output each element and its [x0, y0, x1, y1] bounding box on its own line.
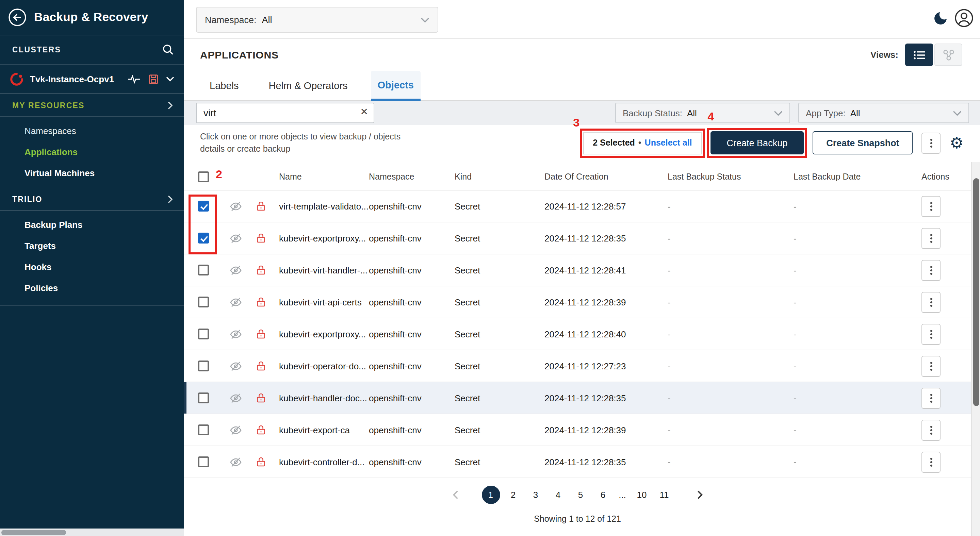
table-row[interactable]: virt-template-validato... openshift-cnv … — [184, 190, 971, 222]
object-name[interactable]: kubevirt-export-ca — [279, 425, 369, 435]
settings-gear-icon[interactable]: ⚙ — [950, 135, 964, 151]
page-button-2[interactable]: 2 — [504, 486, 522, 504]
namespace-dropdown[interactable]: Namespace: All — [196, 7, 438, 33]
tab-labels[interactable]: Labels — [203, 71, 245, 100]
list-view-button[interactable] — [905, 44, 933, 66]
page-button-11[interactable]: 11 — [655, 486, 673, 504]
eye-off-icon — [229, 263, 242, 276]
row-checkbox[interactable] — [198, 265, 209, 276]
row-checkbox[interactable] — [198, 328, 209, 339]
table-row[interactable]: kubevirt-exportproxy... openshift-cnv Se… — [184, 318, 971, 350]
row-checkbox[interactable] — [198, 201, 209, 211]
sidebar-item-hooks[interactable]: Hooks — [0, 257, 184, 278]
horizontal-scrollbar-thumb[interactable] — [2, 530, 66, 535]
object-name[interactable]: kubevirt-handler-doc... — [279, 393, 369, 403]
kebab-icon — [930, 397, 932, 399]
row-actions-button[interactable] — [921, 355, 940, 376]
object-name[interactable]: kubevirt-virt-handler-... — [279, 265, 369, 275]
table-row[interactable]: kubevirt-virt-handler-... openshift-cnv … — [184, 254, 971, 286]
object-name[interactable]: kubevirt-controller-d... — [279, 457, 369, 467]
page-button-3[interactable]: 3 — [527, 486, 545, 504]
sidebar-section-trilio[interactable]: TRILIO — [0, 188, 184, 211]
object-namespace: openshift-cnv — [369, 329, 455, 339]
table-row[interactable]: kubevirt-exportproxy... openshift-cnv Se… — [184, 222, 971, 254]
topology-view-button[interactable] — [934, 44, 962, 66]
activity-icon[interactable] — [128, 75, 141, 83]
table-row[interactable]: kubevirt-virt-api-certs openshift-cnv Se… — [184, 286, 971, 318]
user-account-icon[interactable] — [954, 8, 974, 28]
backup-status-dropdown[interactable]: Backup Status: All — [615, 103, 790, 123]
row-checkbox[interactable] — [198, 297, 209, 308]
clear-search-icon[interactable]: ✕ — [360, 107, 368, 116]
table-row[interactable]: kubevirt-export-ca openshift-cnv Secret … — [184, 414, 971, 446]
row-actions-button[interactable] — [921, 324, 940, 344]
page-button-4[interactable]: 4 — [549, 486, 567, 504]
sidebar-item-applications[interactable]: Applications — [0, 141, 184, 163]
column-header-date-of-creation[interactable]: Date Of Creation — [544, 172, 668, 181]
sidebar-item-policies[interactable]: Policies — [0, 278, 184, 299]
trilio-logo-icon — [10, 72, 24, 86]
cluster-name: Tvk-Instance-Ocpv1 — [30, 74, 114, 84]
cluster-row[interactable]: Tvk-Instance-Ocpv1 — [0, 65, 184, 94]
column-header-last-backup-status[interactable]: Last Backup Status — [668, 172, 794, 181]
table-row[interactable]: kubevirt-controller-d... openshift-cnv S… — [184, 446, 971, 478]
back-button[interactable] — [8, 8, 27, 27]
prev-page-button[interactable] — [452, 490, 458, 499]
tab-objects[interactable]: Objects — [371, 71, 421, 101]
dark-mode-toggle-icon[interactable] — [932, 10, 949, 27]
tab-helm-operators[interactable]: Helm & Operators — [262, 71, 354, 100]
table-row[interactable]: kubevirt-operator-do... openshift-cnv Se… — [184, 350, 971, 382]
column-header-name[interactable]: Name — [279, 172, 369, 181]
sidebar-section-my-resources[interactable]: MY RESOURCES — [0, 94, 184, 117]
more-actions-button[interactable] — [922, 132, 941, 153]
page-button-1[interactable]: 1 — [482, 486, 500, 504]
vertical-scrollbar[interactable] — [971, 162, 980, 536]
storage-icon[interactable] — [148, 74, 159, 84]
horizontal-scrollbar[interactable] — [0, 528, 184, 536]
create-snapshot-button[interactable]: Create Snapshot — [813, 131, 913, 154]
search-input[interactable] — [196, 103, 374, 123]
table-row[interactable]: kubevirt-handler-doc... openshift-cnv Se… — [184, 382, 971, 414]
next-page-button[interactable] — [697, 490, 703, 499]
lock-icon — [255, 264, 267, 276]
sidebar-item-targets[interactable]: Targets — [0, 235, 184, 257]
row-checkbox[interactable] — [198, 233, 209, 244]
toolbar: Click on one or more objects to view bac… — [184, 127, 980, 159]
row-checkbox[interactable] — [198, 425, 209, 435]
row-checkbox[interactable] — [198, 392, 209, 403]
trilio-label: TRILIO — [12, 195, 43, 203]
column-header-last-backup-date[interactable]: Last Backup Date — [794, 172, 921, 181]
app-type-dropdown[interactable]: App Type: All — [798, 103, 969, 123]
object-name[interactable]: kubevirt-exportproxy... — [279, 233, 369, 243]
row-actions-button[interactable] — [921, 260, 940, 281]
lock-icon — [255, 200, 267, 212]
row-actions-button[interactable] — [921, 195, 940, 217]
sidebar-item-backup-plans[interactable]: Backup Plans — [0, 214, 184, 235]
row-checkbox[interactable] — [198, 360, 209, 371]
column-header-namespace[interactable]: Namespace — [369, 172, 455, 181]
sidebar-item-virtual-machines[interactable]: Virtual Machines — [0, 163, 184, 184]
select-all-checkbox[interactable] — [198, 171, 209, 182]
object-name[interactable]: kubevirt-virt-api-certs — [279, 297, 369, 307]
row-actions-button[interactable] — [921, 228, 940, 249]
object-name[interactable]: kubevirt-operator-do... — [279, 361, 369, 371]
create-backup-button[interactable]: Create Backup — [711, 131, 804, 154]
page-button-5[interactable]: 5 — [571, 486, 590, 504]
row-checkbox[interactable] — [198, 457, 209, 467]
chevron-down-icon[interactable] — [166, 76, 174, 82]
vertical-scrollbar-thumb[interactable] — [973, 178, 979, 406]
sidebar-item-namespaces[interactable]: Namespaces — [0, 121, 184, 141]
object-name[interactable]: virt-template-validato... — [279, 201, 369, 211]
row-actions-button[interactable] — [921, 419, 940, 441]
unselect-all-link[interactable]: Unselect all — [645, 138, 692, 147]
page-button-6[interactable]: 6 — [594, 486, 612, 504]
page-button-10[interactable]: 10 — [633, 486, 651, 504]
lock-icon — [255, 232, 267, 244]
row-actions-button[interactable] — [921, 451, 940, 473]
search-icon[interactable] — [162, 44, 174, 56]
row-actions-button[interactable] — [921, 387, 940, 408]
row-actions-button[interactable] — [921, 292, 940, 312]
column-header-kind[interactable]: Kind — [455, 172, 544, 181]
object-name[interactable]: kubevirt-exportproxy... — [279, 329, 369, 339]
kebab-icon — [930, 142, 932, 144]
